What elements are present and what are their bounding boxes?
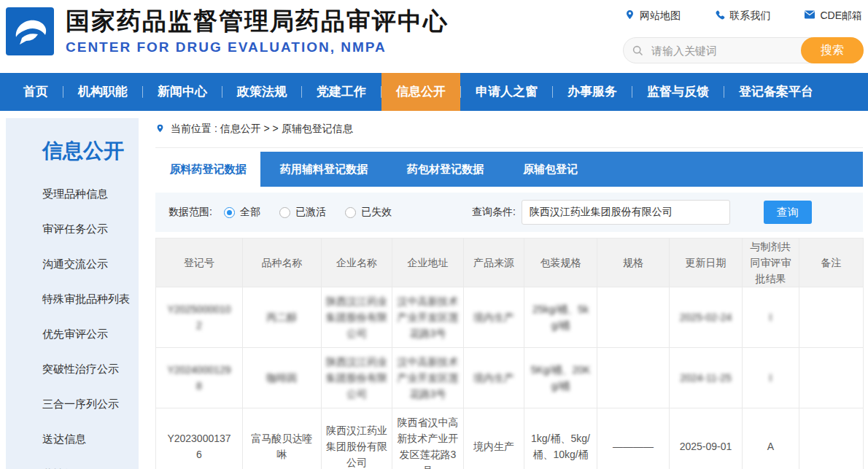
sidebar-item-breakthrough-therapy[interactable]: 突破性治疗公示	[42, 352, 139, 387]
header-package-spec: 包装规格	[524, 239, 597, 287]
nav-item-functions[interactable]: 机构职能	[63, 73, 142, 111]
radio-selected-icon[interactable]	[224, 207, 235, 218]
mail-icon	[804, 9, 815, 22]
header-right: 网站地图 联系我们 CDE邮箱	[623, 9, 864, 63]
cell-update-date: 2025-02-24	[670, 287, 743, 348]
sidebar-item-special-approval[interactable]: 特殊审批品种列表	[42, 282, 139, 317]
nav-item-party-building[interactable]: 党建工作	[302, 73, 381, 111]
query-button[interactable]: 查询	[764, 201, 812, 224]
radio-label: 已失效	[361, 206, 392, 219]
nav-item-services[interactable]: 办事服务	[553, 73, 632, 111]
radio-icon[interactable]	[279, 207, 290, 218]
cell-reg-no: Y20250000102	[156, 287, 243, 348]
cell-reg-no: Y20230001376	[156, 408, 243, 469]
tab-packaging-data[interactable]: 药包材登记数据	[387, 152, 503, 187]
header-joint-review-result: 与制剂共同审评审批结果	[743, 239, 799, 287]
tab-registration[interactable]: 原辅包登记	[503, 152, 597, 187]
brand-titles: 国家药品监督管理局药品审评中心 CENTER FOR DRUG EVALUATI…	[66, 7, 449, 55]
header-reg-no: 登记号	[156, 239, 243, 287]
nav-item-news[interactable]: 新闻中心	[143, 73, 222, 111]
nav-item-registration-platform[interactable]: 登记备案平台	[724, 73, 828, 111]
cell-spec: ————	[597, 408, 670, 469]
content: 信息公开 受理品种信息 审评任务公示 沟通交流公示 特殊审批品种列表 优先审评公…	[0, 111, 868, 469]
cell-product-origin: 境内生产	[464, 287, 524, 348]
nav-item-supervision-feedback[interactable]: 监督与反馈	[632, 73, 724, 111]
breadcrumb: 当前位置 : 信息公开 > > 原辅包登记信息	[155, 111, 863, 148]
table-row: Y20230001376 富马酸贝达喹啉 陕西汉江药业集团股份有限公司 陕西省汉…	[156, 408, 864, 469]
cell-package-spec: 25kg/桶、5kg/桶	[524, 287, 597, 348]
header-search-button[interactable]: 搜索	[801, 37, 864, 63]
nav-item-applicant-window[interactable]: 申请人之窗	[461, 73, 552, 111]
radio-activated[interactable]: 已激活	[279, 206, 326, 219]
radio-expired[interactable]: 已失效	[345, 206, 392, 219]
quick-link-label: 网站地图	[640, 9, 681, 23]
radio-label: 已激活	[295, 206, 326, 219]
quick-link-mail[interactable]: CDE邮箱	[804, 9, 862, 23]
quick-links: 网站地图 联系我们 CDE邮箱	[623, 9, 864, 23]
cell-joint-review-result: I	[743, 287, 799, 348]
nav-item-info-disclosure[interactable]: 信息公开	[381, 73, 460, 111]
main-panel: 当前位置 : 信息公开 > > 原辅包登记信息 原料药登记数据 药用辅料登记数据…	[155, 111, 863, 469]
phone-icon	[714, 9, 725, 23]
cell-company-name: 陕西汉江药业集团股份有限公司	[322, 348, 392, 408]
sidebar-item-communication[interactable]: 沟通交流公示	[42, 247, 139, 282]
table-header-row: 登记号 品种名称 企业名称 企业地址 产品来源 包装规格 规格 更新日期 与制剂…	[156, 239, 864, 287]
radio-all[interactable]: 全部	[224, 206, 260, 219]
query-input[interactable]	[522, 200, 730, 225]
cell-company-address: 汉中高新技术产业开发区莲花路3号	[392, 287, 464, 348]
tab-api-data[interactable]: 原料药登记数据	[155, 152, 260, 187]
header-company-name: 企业名称	[322, 239, 392, 287]
radio-label: 全部	[240, 206, 260, 219]
map-pin-icon	[624, 9, 635, 23]
page: 国家药品监督管理局药品审评中心 CENTER FOR DRUG EVALUATI…	[0, 0, 868, 469]
main-nav: 首页 机构职能 新闻中心 政策法规 党建工作 信息公开 申请人之窗 办事服务 监…	[0, 73, 868, 111]
cell-company-address: 陕西省汉中高新技术产业开发区莲花路3号	[392, 408, 464, 469]
table-row: Y20250000102 丙二醇 陕西汉江药业集团股份有限公司 汉中高新技术产业…	[156, 287, 864, 348]
cde-logo-icon	[6, 7, 54, 55]
nav-item-policies[interactable]: 政策法规	[222, 73, 301, 111]
filter-bar: 数据范围: 全部 已激活 已失效 查询条件: 查询	[155, 193, 863, 232]
cell-product-origin: 境内生产	[464, 348, 524, 408]
site-title: 国家药品监督管理局药品审评中心	[66, 7, 449, 35]
cell-company-name: 陕西汉江药业集团股份有限公司	[322, 287, 392, 348]
breadcrumb-text: 当前位置 : 信息公开 > > 原辅包登记信息	[171, 123, 353, 136]
scope-label: 数据范围:	[168, 206, 212, 219]
query-label: 查询条件:	[472, 206, 516, 219]
brand: 国家药品监督管理局药品审评中心 CENTER FOR DRUG EVALUATI…	[6, 7, 449, 55]
sidebar-item-delivery-info[interactable]: 送达信息	[42, 422, 139, 457]
cell-product-origin: 境内生产	[464, 408, 524, 469]
header-search: 搜索	[623, 37, 864, 63]
header-remark: 备注	[799, 239, 864, 287]
site-header: 国家药品监督管理局药品审评中心 CENTER FOR DRUG EVALUATI…	[0, 0, 868, 73]
nav-item-home[interactable]: 首页	[9, 73, 63, 111]
header-spec: 规格	[597, 239, 670, 287]
cell-spec	[597, 348, 670, 408]
sidebar-item-review-tasks[interactable]: 审评任务公示	[42, 212, 139, 247]
quick-link-sitemap[interactable]: 网站地图	[624, 9, 681, 23]
quick-link-label: CDE邮箱	[820, 9, 862, 23]
cell-remark	[799, 287, 864, 348]
quick-link-label: 联系我们	[729, 9, 770, 23]
sidebar-item-accepted-varieties[interactable]: 受理品种信息	[42, 177, 139, 212]
sidebar-title: 信息公开	[42, 137, 139, 165]
cell-package-spec: 1kg/桶、5kg/桶、10kg/桶	[524, 408, 597, 469]
tab-bar: 原料药登记数据 药用辅料登记数据 药包材登记数据 原辅包登记	[155, 152, 863, 187]
tab-excipients-data[interactable]: 药用辅料登记数据	[260, 152, 387, 187]
sidebar-item-three-in-one[interactable]: 三合一序列公示	[42, 387, 139, 422]
cell-update-date: 2024-11-25	[670, 348, 743, 408]
site-subtitle: CENTER FOR DRUG EVALUATION, NMPA	[66, 39, 449, 55]
cell-remark	[799, 408, 864, 469]
registration-table: 登记号 品种名称 企业名称 企业地址 产品来源 包装规格 规格 更新日期 与制剂…	[155, 238, 864, 469]
quick-link-contact[interactable]: 联系我们	[714, 9, 770, 23]
cell-product-name: 富马酸贝达喹啉	[243, 408, 322, 469]
radio-icon[interactable]	[345, 207, 356, 218]
header-product-name: 品种名称	[243, 239, 322, 287]
header-update-date: 更新日期	[670, 239, 743, 287]
cell-company-address: 汉中高新技术产业开发区莲花路3号	[392, 348, 464, 408]
sidebar-item-priority-review[interactable]: 优先审评公示	[42, 317, 139, 352]
sidebar-item-common-issues[interactable]: 共性问题	[42, 457, 139, 469]
cell-update-date: 2025-09-01	[670, 408, 743, 469]
cell-remark	[799, 348, 864, 408]
cell-joint-review-result: I	[743, 348, 799, 408]
table-row: Y20240001298 咖啡因 陕西汉江药业集团股份有限公司 汉中高新技术产业…	[156, 348, 864, 408]
